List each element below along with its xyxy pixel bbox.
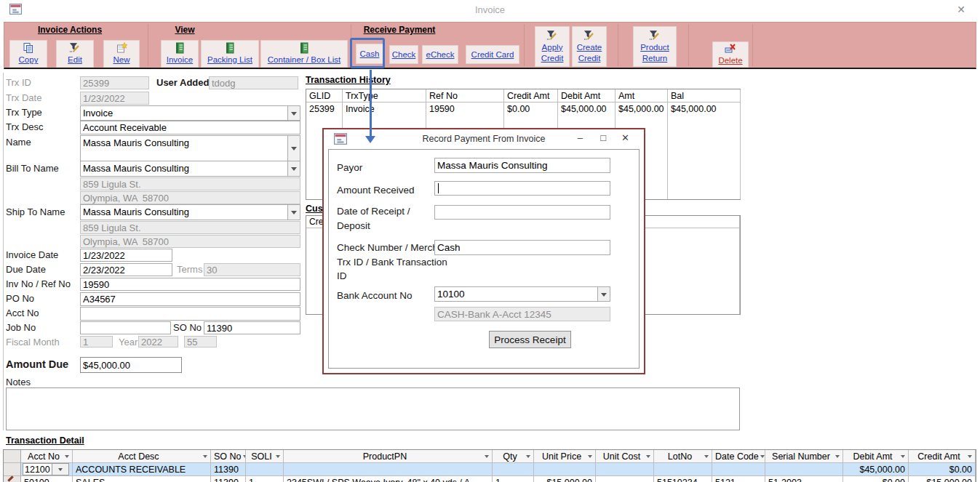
column-header[interactable]: SO No (211, 450, 246, 463)
trx-type-combo[interactable] (80, 105, 300, 121)
table-cell[interactable]: $15,000.00 (534, 476, 596, 482)
table-cell[interactable] (654, 463, 712, 476)
table-cell[interactable] (765, 463, 843, 476)
table-cell[interactable]: 1 (246, 476, 284, 482)
view-invoice-button[interactable]: Invoice (161, 40, 199, 68)
row-selector[interactable] (4, 476, 21, 482)
filter-arrow-icon[interactable] (485, 455, 489, 460)
chevron-down-icon[interactable] (287, 161, 300, 176)
table-cell[interactable]: 5121 (712, 476, 765, 482)
column-header[interactable]: ProductPN (284, 450, 493, 463)
table-cell[interactable] (596, 476, 654, 482)
payor-field[interactable] (434, 158, 610, 173)
filter-arrow-icon[interactable] (646, 455, 650, 460)
table-cell[interactable]: 51-2003 (765, 476, 843, 482)
table-cell[interactable]: $0.00 (504, 103, 558, 116)
so-no-field[interactable] (204, 321, 300, 334)
copy-button[interactable]: Copy (9, 40, 47, 68)
table-cell[interactable]: 19590 (426, 103, 504, 116)
filter-arrow-icon[interactable] (276, 455, 280, 460)
chevron-down-icon[interactable] (287, 205, 300, 220)
column-header[interactable]: Bal (668, 89, 741, 103)
table-cell[interactable]: ACCOUNTS RECEIVABLE (73, 463, 211, 476)
column-header[interactable]: SOLI (246, 450, 284, 463)
column-header[interactable]: Serial Number (765, 450, 843, 463)
chevron-down-icon[interactable] (287, 106, 300, 120)
po-no-field[interactable] (80, 292, 300, 306)
trx-desc-field[interactable] (80, 121, 300, 134)
edit-button[interactable]: Edit (56, 40, 94, 68)
apply-credit-button[interactable]: Apply Credit (535, 26, 570, 67)
bill-to-combo[interactable] (80, 161, 300, 177)
column-header[interactable]: Credit Amt (504, 89, 558, 103)
table-cell[interactable]: Invoice (343, 103, 426, 116)
table-cell[interactable]: $45,000.00 (616, 103, 668, 116)
chevron-down-icon[interactable] (52, 464, 68, 475)
table-cell[interactable]: $0.00 (909, 463, 976, 476)
delete-button[interactable]: Delete (712, 41, 749, 68)
filter-arrow-icon[interactable] (901, 455, 905, 460)
acct-no-cell-combo[interactable]: 12100 (23, 463, 69, 475)
filter-arrow-icon[interactable] (526, 455, 530, 460)
create-credit-button[interactable]: Create Credit (572, 26, 607, 67)
column-header[interactable]: Ref No (426, 89, 504, 103)
minimize-icon[interactable]: – (578, 132, 583, 143)
filter-arrow-icon[interactable] (760, 455, 765, 460)
credit-card-button[interactable]: Credit Card (466, 45, 519, 64)
filter-arrow-icon[interactable] (835, 455, 840, 460)
column-header[interactable]: Qty (493, 450, 534, 463)
column-header[interactable]: Acct Desc (73, 450, 211, 463)
column-header[interactable]: Acct No (21, 450, 73, 463)
cash-button[interactable]: Cash (356, 44, 383, 64)
table-cell-acct-no[interactable]: 12100 (21, 463, 73, 476)
new-button[interactable]: New (103, 40, 140, 68)
packing-list-button[interactable]: Packing List (201, 40, 259, 68)
table-cell[interactable] (284, 463, 493, 476)
name-combo[interactable] (80, 135, 300, 161)
check-number-field[interactable] (434, 240, 610, 255)
column-header[interactable]: Unit Price (534, 450, 596, 463)
table-cell[interactable]: $45,000.00 (668, 103, 741, 116)
chevron-down-icon[interactable] (597, 287, 610, 301)
table-cell[interactable] (596, 463, 654, 476)
chevron-down-icon[interactable] (287, 136, 300, 161)
filter-arrow-icon[interactable] (65, 455, 69, 460)
date-receipt-field[interactable] (434, 205, 610, 220)
table-cell[interactable] (493, 463, 534, 476)
close-icon[interactable]: ✕ (621, 132, 629, 143)
column-header[interactable]: Debit Amt (558, 89, 616, 103)
column-header[interactable]: TrxType (343, 89, 426, 103)
column-header[interactable]: Unit Cost (596, 450, 654, 463)
echeck-button[interactable]: eCheck (422, 45, 458, 64)
container-box-list-button[interactable]: Container / Box List (260, 40, 348, 68)
filter-arrow-icon[interactable] (968, 455, 972, 460)
table-cell[interactable]: $0.00 (843, 476, 909, 482)
amount-received-field[interactable] (434, 181, 610, 196)
table-cell[interactable] (534, 463, 596, 476)
table-cell[interactable]: 25399 (306, 103, 343, 116)
ship-to-combo[interactable] (80, 204, 300, 220)
table-cell[interactable]: 51510234 (654, 476, 712, 482)
table-cell[interactable]: $45,000.00 (843, 463, 909, 476)
table-cell[interactable]: 1 (493, 476, 534, 482)
table-cell[interactable] (712, 463, 765, 476)
process-receipt-button[interactable]: Process Receipt (489, 331, 571, 348)
maximize-icon[interactable]: □ (600, 132, 606, 143)
column-header[interactable]: GLID (306, 89, 343, 103)
select-all-corner[interactable] (4, 450, 21, 463)
job-no-field[interactable] (80, 321, 171, 334)
table-cell[interactable]: $45,000.00 (558, 103, 616, 116)
invoice-date-field[interactable] (80, 249, 172, 262)
acct-no-field[interactable] (80, 307, 300, 321)
due-date-field[interactable] (80, 263, 172, 276)
check-button[interactable]: Check (389, 45, 418, 64)
inv-no-field[interactable] (80, 278, 300, 291)
filter-arrow-icon[interactable] (588, 455, 592, 460)
column-header[interactable]: Credit Amt (909, 450, 976, 463)
notes-textarea[interactable] (6, 387, 740, 430)
table-cell[interactable]: 50100 (21, 476, 73, 482)
window-close-icon[interactable]: ✕ (957, 4, 965, 15)
bank-account-combo[interactable] (434, 286, 610, 302)
table-cell[interactable]: 11390 (211, 476, 246, 482)
table-cell[interactable]: $15,000.00 (909, 476, 976, 482)
